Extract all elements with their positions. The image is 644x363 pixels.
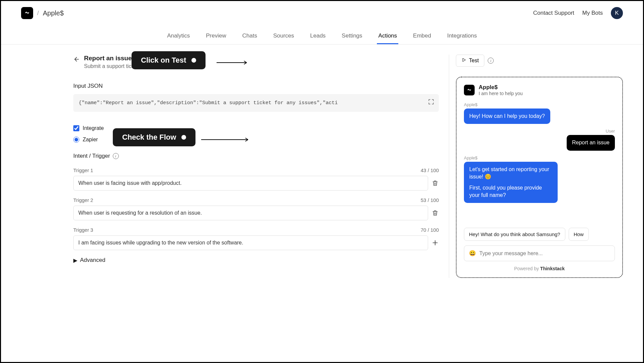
tab-settings[interactable]: Settings: [340, 28, 364, 44]
chat-logo: [464, 85, 475, 95]
advanced-label: Advanced: [80, 257, 105, 264]
arrow-icon: [201, 136, 251, 143]
arrow-icon: [217, 59, 250, 66]
advanced-toggle[interactable]: ▶ Advanced: [73, 257, 439, 264]
contact-support-link[interactable]: Contact Support: [533, 10, 574, 16]
chat-subtitle: I am here to help you: [479, 91, 523, 96]
trigger-1-count: 43 / 100: [421, 167, 439, 173]
trigger-1-label: Trigger 1: [73, 167, 93, 173]
info-icon[interactable]: i: [488, 58, 494, 64]
chat-suggestion[interactable]: Hey! What do you think about Samsung?: [464, 228, 565, 241]
integrate-checkbox[interactable]: [73, 125, 79, 131]
tab-chats[interactable]: Chats: [241, 28, 258, 44]
chat-sender-label: Apple$: [464, 155, 615, 160]
nav-tabs: Analytics Preview Chats Sources Leads Se…: [1, 28, 643, 45]
callout-flow: Check the Flow: [113, 128, 195, 146]
user-avatar[interactable]: K: [611, 7, 623, 19]
trigger-3-input[interactable]: [73, 235, 428, 250]
chat-sender-label: Apple$: [464, 102, 615, 107]
integrate-label: Integrate: [83, 125, 104, 131]
app-logo[interactable]: [21, 7, 33, 19]
page-title: Report an issue: [84, 55, 132, 62]
trigger-2-label: Trigger 2: [73, 197, 93, 203]
trash-icon[interactable]: [431, 209, 439, 217]
tab-analytics[interactable]: Analytics: [166, 28, 191, 44]
trigger-3-count: 70 / 100: [421, 227, 439, 233]
chat-input[interactable]: [479, 250, 610, 257]
trigger-2-count: 53 / 100: [421, 197, 439, 203]
trigger-3-label: Trigger 3: [73, 227, 93, 233]
emoji-icon[interactable]: 😀: [469, 250, 476, 257]
breadcrumb[interactable]: Apple$: [43, 9, 64, 17]
trigger-2-input[interactable]: [73, 206, 428, 220]
chat-bot-message: Hey! How can I help you today?: [464, 108, 550, 124]
play-icon: [462, 58, 466, 64]
my-bots-link[interactable]: My Bots: [582, 10, 603, 16]
back-arrow-icon[interactable]: [73, 56, 80, 64]
chat-bot-message: Let's get started on reporting your issu…: [464, 162, 558, 203]
callout-test: Click on Test: [132, 51, 206, 69]
json-code-box[interactable]: {"name":"Report an issue","description":…: [73, 94, 439, 112]
chat-sender-label: User: [464, 129, 615, 134]
zapier-radio[interactable]: [73, 137, 79, 143]
trash-icon[interactable]: [431, 179, 439, 187]
callout-dot: [181, 135, 186, 140]
tab-leads[interactable]: Leads: [309, 28, 327, 44]
caret-right-icon: ▶: [73, 257, 77, 264]
chat-widget: Apple$ I am here to help you Apple$ Hey!…: [456, 77, 623, 278]
tab-preview[interactable]: Preview: [205, 28, 227, 44]
plus-icon[interactable]: [431, 239, 439, 246]
breadcrumb-separator: /: [37, 10, 39, 17]
tab-sources[interactable]: Sources: [272, 28, 295, 44]
tab-integrations[interactable]: Integrations: [446, 28, 478, 44]
info-icon[interactable]: i: [113, 153, 119, 159]
tab-embed[interactable]: Embed: [412, 28, 432, 44]
zapier-label: Zapier: [83, 137, 98, 143]
intent-trigger-label: Intent / Trigger: [73, 153, 110, 159]
tab-actions[interactable]: Actions: [377, 28, 398, 44]
chat-footer: Powered by Thinkstack: [464, 266, 615, 271]
chat-title: Apple$: [479, 84, 523, 91]
test-button[interactable]: Test: [456, 55, 484, 67]
expand-icon[interactable]: [428, 99, 434, 106]
chat-suggestion[interactable]: How: [569, 228, 589, 241]
json-content: {"name":"Report an issue","description":…: [79, 100, 338, 106]
trigger-1-input[interactable]: [73, 176, 428, 191]
callout-dot: [191, 58, 196, 63]
chat-user-message: Report an issue: [567, 135, 615, 150]
input-json-label: Input JSON: [73, 83, 439, 89]
